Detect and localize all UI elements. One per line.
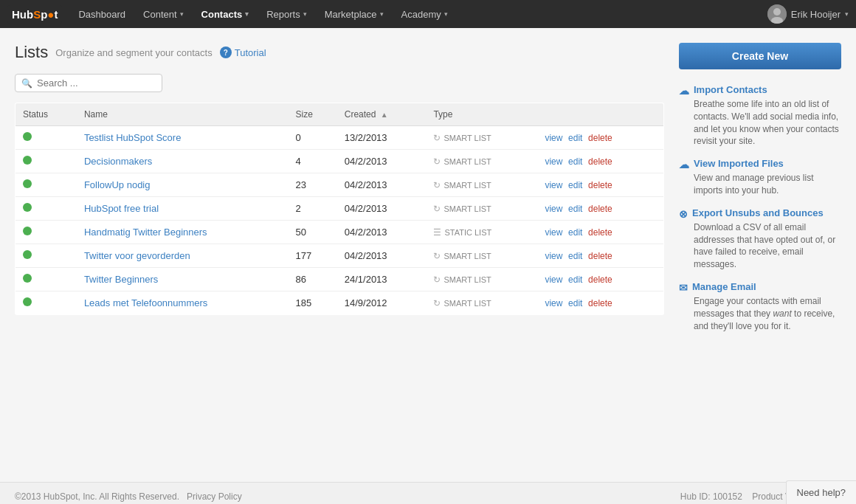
main-area: Lists Organize and segment your contacts… bbox=[15, 43, 664, 467]
type-icon: ↻ bbox=[433, 298, 441, 308]
col-created[interactable]: Created ▲ bbox=[337, 103, 427, 126]
list-name-link[interactable]: Testlist HubSpot Score bbox=[84, 132, 182, 143]
row-type: ↻ SMART LIST bbox=[426, 291, 537, 315]
delete-link[interactable]: delete bbox=[588, 298, 612, 308]
delete-link[interactable]: delete bbox=[588, 133, 612, 143]
view-imported-files-link[interactable]: ☁ View Imported Files bbox=[679, 158, 841, 170]
type-icon: ↻ bbox=[433, 156, 441, 167]
row-type: ↻ SMART LIST bbox=[426, 173, 537, 197]
row-size: 2 bbox=[288, 197, 336, 221]
view-link[interactable]: view bbox=[545, 298, 562, 308]
nav-academy[interactable]: Academy ▾ bbox=[393, 0, 457, 28]
footer-left: ©2013 HubSpot, Inc. All Rights Reserved.… bbox=[15, 491, 242, 502]
nav-contacts[interactable]: Contacts ▾ bbox=[193, 0, 258, 28]
edit-link[interactable]: edit bbox=[568, 156, 582, 167]
row-name: Handmatig Twitter Beginners bbox=[77, 221, 289, 244]
nav-reports[interactable]: Reports ▾ bbox=[258, 0, 316, 28]
logo-text: Hub bbox=[12, 8, 33, 21]
type-icon: ↻ bbox=[433, 133, 441, 143]
edit-link[interactable]: edit bbox=[568, 275, 582, 285]
table-row: Leads met Telefoonnummers 185 14/9/2012 … bbox=[15, 291, 664, 315]
avatar-image bbox=[767, 4, 787, 24]
row-actions: view edit delete bbox=[537, 173, 663, 197]
list-name-link[interactable]: Handmatig Twitter Beginners bbox=[84, 227, 207, 238]
status-dot bbox=[23, 203, 32, 212]
edit-link[interactable]: edit bbox=[568, 133, 582, 143]
status-dot bbox=[23, 156, 32, 165]
view-link[interactable]: view bbox=[545, 180, 562, 190]
edit-link[interactable]: edit bbox=[568, 180, 582, 190]
list-name-link[interactable]: Leads met Telefoonnummers bbox=[84, 297, 207, 308]
row-actions: view edit delete bbox=[537, 150, 663, 173]
view-link[interactable]: view bbox=[545, 204, 562, 214]
tutorial-link[interactable]: ? Tutorial bbox=[220, 46, 266, 58]
export-unsubs-label: Export Unsubs and Bounces bbox=[692, 207, 824, 218]
nav-marketplace[interactable]: Marketplace ▾ bbox=[316, 0, 393, 28]
delete-link[interactable]: delete bbox=[588, 180, 612, 190]
type-label: SMART LIST bbox=[443, 181, 491, 190]
view-link[interactable]: view bbox=[545, 275, 562, 285]
list-name-link[interactable]: FollowUp nodig bbox=[84, 179, 151, 190]
edit-link[interactable]: edit bbox=[568, 251, 582, 261]
list-name-link[interactable]: HubSpot free trial bbox=[84, 203, 159, 214]
edit-link[interactable]: edit bbox=[568, 298, 582, 308]
nav-dashboard[interactable]: Dashboard bbox=[69, 0, 134, 28]
view-link[interactable]: view bbox=[545, 133, 562, 143]
row-name: Twitter voor gevorderden bbox=[77, 244, 289, 268]
row-actions: view edit delete bbox=[537, 221, 663, 244]
type-label: SMART LIST bbox=[443, 252, 491, 260]
delete-link[interactable]: delete bbox=[588, 227, 612, 238]
user-menu[interactable]: Erik Hooijer ▾ bbox=[767, 4, 849, 24]
row-actions: view edit delete bbox=[537, 126, 663, 150]
view-link[interactable]: view bbox=[545, 227, 562, 238]
manage-email-link[interactable]: ✉ Manage Email bbox=[679, 281, 841, 294]
sort-arrow-icon: ▲ bbox=[381, 111, 388, 119]
status-dot bbox=[23, 179, 32, 188]
status-dot bbox=[23, 227, 32, 235]
delete-link[interactable]: delete bbox=[588, 275, 612, 285]
edit-link[interactable]: edit bbox=[568, 204, 582, 214]
row-status bbox=[15, 221, 77, 244]
row-name: Twitter Beginners bbox=[77, 268, 289, 291]
table-row: Twitter voor gevorderden 177 04/2/2013 ↻… bbox=[15, 244, 664, 268]
table-row: Decisionmakers 4 04/2/2013 ↻ SMART LIST … bbox=[15, 150, 664, 173]
row-created: 04/2/2013 bbox=[337, 173, 427, 197]
search-bar: 🔍 bbox=[15, 74, 162, 92]
logo[interactable]: HubSp●t bbox=[7, 5, 62, 24]
import-contacts-desc: Breathe some life into an old list of co… bbox=[694, 98, 841, 148]
edit-link[interactable]: edit bbox=[568, 227, 582, 238]
delete-link[interactable]: delete bbox=[588, 251, 612, 261]
create-new-button[interactable]: Create New bbox=[679, 43, 841, 69]
table-header-row: Status Name Size Created ▲ Type bbox=[15, 103, 664, 126]
list-name-link[interactable]: Twitter voor gevorderden bbox=[84, 250, 190, 261]
export-unsubs-link[interactable]: ⊗ Export Unsubs and Bounces bbox=[679, 207, 841, 220]
sidebar-item-manage-email: ✉ Manage Email Engage your contacts with… bbox=[679, 281, 841, 332]
svg-point-1 bbox=[773, 8, 781, 15]
delete-link[interactable]: delete bbox=[588, 156, 612, 167]
cloud-view-icon: ☁ bbox=[679, 159, 689, 170]
logo-spot: S bbox=[33, 8, 41, 21]
export-unsubs-desc: Download a CSV of all email addresses th… bbox=[694, 221, 841, 271]
col-actions bbox=[537, 103, 663, 126]
row-created: 04/2/2013 bbox=[337, 150, 427, 173]
row-status bbox=[15, 173, 77, 197]
need-help-button[interactable]: Need help? bbox=[786, 480, 857, 504]
view-link[interactable]: view bbox=[545, 156, 562, 167]
logo-dot: ● bbox=[47, 8, 54, 21]
privacy-policy-link[interactable]: Privacy Policy bbox=[187, 491, 242, 502]
sidebar-item-import: ☁ Import Contacts Breathe some life into… bbox=[679, 84, 841, 148]
list-name-link[interactable]: Twitter Beginners bbox=[84, 274, 158, 285]
navbar: HubSp●t Dashboard Content ▾ Contacts ▾ R… bbox=[0, 0, 856, 28]
list-name-link[interactable]: Decisionmakers bbox=[84, 156, 152, 167]
delete-link[interactable]: delete bbox=[588, 204, 612, 214]
col-size: Size bbox=[288, 103, 336, 126]
footer: ©2013 HubSpot, Inc. All Rights Reserved.… bbox=[0, 482, 856, 504]
import-contacts-link[interactable]: ☁ Import Contacts bbox=[679, 84, 841, 97]
page-title: Lists bbox=[15, 43, 48, 62]
search-input[interactable] bbox=[37, 77, 156, 89]
sidebar: Create New ☁ Import Contacts Breathe som… bbox=[679, 43, 841, 467]
row-actions: view edit delete bbox=[537, 268, 663, 291]
row-size: 0 bbox=[288, 126, 336, 150]
view-link[interactable]: view bbox=[545, 251, 562, 261]
nav-content[interactable]: Content ▾ bbox=[134, 0, 193, 28]
